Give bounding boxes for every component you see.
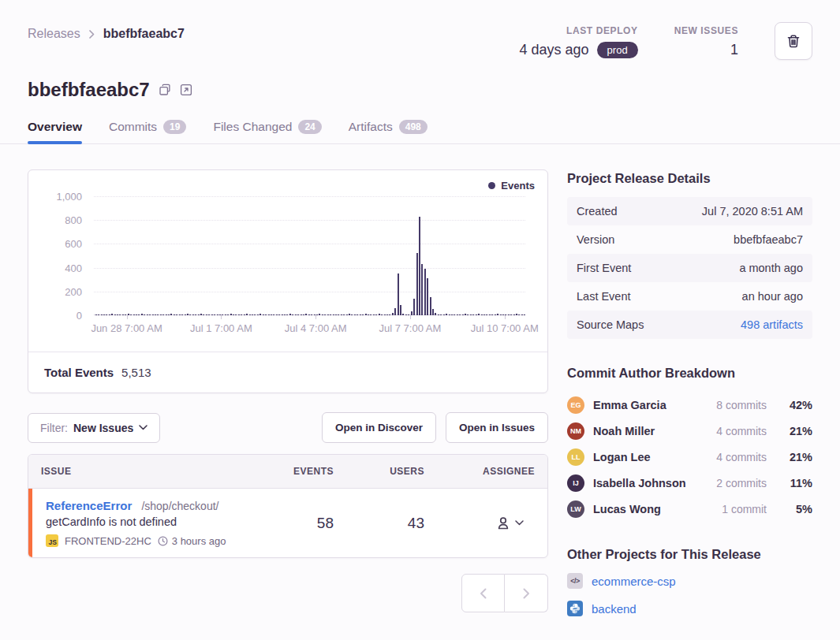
release-detail-row: Created Jul 7, 2020 8:51 AM [567, 197, 812, 225]
chart-bar [176, 314, 177, 315]
chart-bar [470, 314, 472, 315]
chart-bar [271, 314, 272, 315]
chart-bar [206, 314, 207, 315]
chart-bar [265, 314, 267, 315]
total-events-label: Total Events [44, 366, 114, 379]
chart-bar [217, 314, 218, 315]
chart-bar [421, 264, 423, 315]
author-commit-count: 2 commits [694, 477, 767, 489]
author-name: Emma Garcia [593, 399, 694, 411]
next-page-button[interactable] [505, 574, 548, 612]
detail-value: a month ago [739, 262, 803, 274]
release-detail-row: First Event a month ago [567, 254, 812, 282]
chart-bar [322, 314, 323, 315]
tab-overview[interactable]: Overview [28, 120, 82, 144]
chart-plot-area[interactable] [94, 196, 525, 315]
breadcrumb-releases-link[interactable]: Releases [28, 27, 80, 41]
x-axis-tick-label: Jul 7 7:00 AM [379, 322, 442, 334]
chart-bar [402, 314, 404, 315]
chart-bar [486, 314, 487, 315]
project-link-backend[interactable]: backend [567, 601, 812, 616]
copy-version-button[interactable] [159, 84, 171, 96]
legend-dot-icon [488, 182, 495, 189]
chart-bar [303, 314, 304, 315]
avatar: IJ [567, 474, 584, 492]
chart-bar [278, 314, 280, 315]
chart-bar [166, 314, 167, 315]
previous-page-button[interactable] [461, 574, 505, 612]
chart-bar [443, 314, 445, 315]
chart-bar [449, 314, 450, 315]
chart-bar [286, 314, 288, 315]
chart-bar [360, 314, 361, 315]
filter-label: Filter: [40, 422, 68, 434]
chart-bar [354, 314, 356, 315]
chart-bar [181, 314, 183, 315]
chart-bar [289, 314, 291, 315]
chart-bar [495, 314, 496, 315]
chart-bar [230, 314, 232, 315]
open-in-discover-button[interactable]: Open in Discover [322, 412, 436, 443]
environment-badge: prod [597, 42, 638, 58]
gridline [94, 268, 525, 269]
release-details-title: Project Release Details [567, 171, 812, 186]
author-commit-percent: 21% [767, 425, 812, 437]
y-axis-tick-label: 0 [77, 310, 82, 322]
author-name: Isabella Johnson [593, 477, 694, 489]
chart-bar [198, 314, 200, 315]
assignee-selector[interactable] [496, 516, 524, 530]
author-name: Logan Lee [593, 451, 694, 463]
chart-bar [241, 314, 242, 315]
author-commit-count: 4 commits [694, 425, 767, 437]
issue-title-link[interactable]: ReferenceError [46, 499, 132, 512]
chart-bar [405, 314, 407, 315]
chart-legend[interactable]: Events [488, 180, 535, 192]
chart-bar [282, 314, 283, 316]
tab-commits[interactable]: Commits 19 [109, 120, 187, 144]
chart-bar [502, 314, 504, 315]
tab-label: Artifacts [349, 120, 393, 134]
delete-release-button[interactable] [775, 22, 812, 60]
chart-bar [214, 314, 215, 315]
detail-value: bbefbfaeabc7 [734, 233, 803, 246]
chart-bar [157, 314, 159, 315]
chart-bar [357, 314, 358, 315]
chart-bar [451, 314, 453, 315]
column-issue: ISSUE [41, 466, 243, 477]
detail-label: Created [577, 205, 618, 218]
x-axis-tick [127, 315, 128, 319]
chart-bar [330, 314, 331, 315]
tab-files-changed[interactable]: Files Changed 24 [213, 120, 321, 144]
chart-bar [147, 314, 148, 315]
chart-bar [192, 314, 194, 315]
chart-bar [516, 314, 517, 315]
commit-author-row: IJ Isabella Johnson 2 commits 11% [567, 470, 812, 496]
project-link-ecommerce-csp[interactable]: </> ecommerce-csp [567, 573, 812, 589]
avatar: NM [567, 422, 584, 440]
chart-bar [457, 314, 458, 316]
chart-bar [513, 314, 515, 315]
open-release-button[interactable] [180, 84, 192, 96]
chart-bar [138, 314, 140, 315]
chart-bar [179, 314, 181, 315]
open-in-issues-button[interactable]: Open in Issues [446, 412, 548, 443]
chart-bar [130, 314, 132, 315]
new-issues-value: 1 [730, 42, 738, 58]
chart-bar [141, 314, 143, 315]
python-icon [567, 601, 583, 616]
tab-artifacts[interactable]: Artifacts 498 [349, 120, 427, 144]
chart-bar [500, 314, 502, 315]
source-maps-link[interactable]: 498 artifacts [741, 318, 803, 331]
issues-filter-dropdown[interactable]: Filter: New Issues [28, 413, 160, 443]
chart-bar [244, 314, 245, 315]
y-axis-tick-label: 200 [65, 285, 82, 297]
page-header: Releases bbefbfaeabc7 LAST DEPLOY 4 days… [28, 0, 812, 60]
release-detail-row: Last Event an hour ago [567, 282, 812, 311]
chart-bar [483, 314, 485, 315]
chart-bar [109, 314, 110, 315]
chart-bar [168, 314, 170, 315]
javascript-platform-icon: JS [46, 534, 58, 547]
chart-bar [297, 314, 299, 315]
chart-bar [257, 314, 259, 315]
chart-bar [398, 273, 399, 315]
